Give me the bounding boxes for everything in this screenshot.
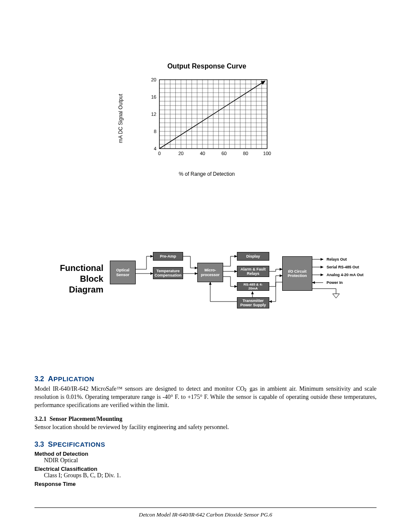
svg-text:0: 0 xyxy=(158,151,161,156)
svg-line-39 xyxy=(159,81,265,149)
svg-text:12: 12 xyxy=(151,112,156,117)
para-placement: Sensor location should be reviewed by fa… xyxy=(34,423,377,432)
label-relays-out: Relays Out xyxy=(327,257,347,261)
svg-text:40: 40 xyxy=(200,151,205,156)
spec-elec-label: Electrical Classification xyxy=(34,466,377,472)
chart-y-axis-label: mA DC Signal Output xyxy=(118,94,124,143)
label-power-in: Power In xyxy=(327,280,343,285)
heading-3-2: 3.2 APPLICATION xyxy=(34,375,377,383)
block-rs485: RS-485 & 4-20mA xyxy=(237,282,269,291)
spec-method-value: NDIR Optical xyxy=(44,457,377,464)
label-analog-out: Analog 4-20 mA Out xyxy=(327,273,364,277)
page-footer: Detcon Model IR-640/IR-642 Carbon Dioxid… xyxy=(0,511,411,518)
footer-rule xyxy=(34,507,377,508)
chart-x-axis-label: % of Range of Detection xyxy=(129,171,284,177)
block-optical-sensor: Optical Sensor xyxy=(110,261,136,284)
block-tx-power-supply: Transmitter Power Supply xyxy=(237,297,269,308)
svg-text:20: 20 xyxy=(178,151,184,156)
heading-3-2-1: 3.2.1 Sensor Placement/Mounting xyxy=(34,416,377,423)
heading-3-3: 3.3 SPECIFICATIONS xyxy=(34,440,377,449)
block-display: Display xyxy=(237,252,269,261)
svg-text:16: 16 xyxy=(151,94,156,100)
block-microprocessor: Micro-processor xyxy=(197,263,223,282)
block-alarm-relays: Alarm & Fault Relays xyxy=(237,266,269,277)
block-temp-comp: Temperature Compensation xyxy=(153,267,183,279)
chart-title: Output Response Curve xyxy=(129,62,284,70)
spec-method-label: Method of Detection xyxy=(34,451,377,457)
diagram-connectors xyxy=(34,246,377,319)
svg-text:80: 80 xyxy=(243,151,248,156)
functional-block-diagram: Functional Block Diagram xyxy=(34,246,377,319)
svg-text:8: 8 xyxy=(154,129,156,134)
spec-elec-value: Class I; Groups B, C, D; Div. 1. xyxy=(44,472,377,479)
block-pre-amp: Pre-Amp xyxy=(153,252,183,261)
label-serial-out: Serial RS-485 Out xyxy=(327,265,359,269)
svg-text:4: 4 xyxy=(154,146,156,151)
spec-resp-label: Response Time xyxy=(34,481,377,487)
block-io-protection: I/O Circuit Protection xyxy=(282,256,312,291)
svg-text:20: 20 xyxy=(151,77,156,82)
para-application: Model IR-640/IR-642 MicroSafe™ sensors a… xyxy=(34,385,377,410)
output-response-chart: Output Response Curve mA DC Signal Outpu… xyxy=(129,62,284,177)
svg-text:60: 60 xyxy=(221,151,227,156)
svg-text:100: 100 xyxy=(263,151,271,156)
chart-plot: 4 8 12 16 20 0 20 40 60 80 100 xyxy=(142,75,271,157)
